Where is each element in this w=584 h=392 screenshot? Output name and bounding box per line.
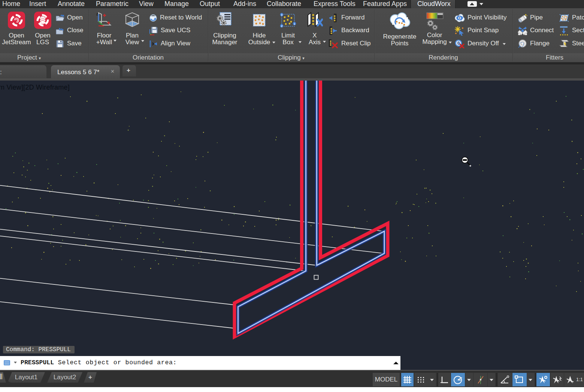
svg-text:3: 3	[281, 13, 282, 16]
svg-text:0: 0	[457, 41, 460, 45]
svg-text:z: z	[96, 12, 98, 16]
svg-text:1: 1	[294, 22, 295, 25]
svg-text:2: 2	[281, 25, 282, 27]
